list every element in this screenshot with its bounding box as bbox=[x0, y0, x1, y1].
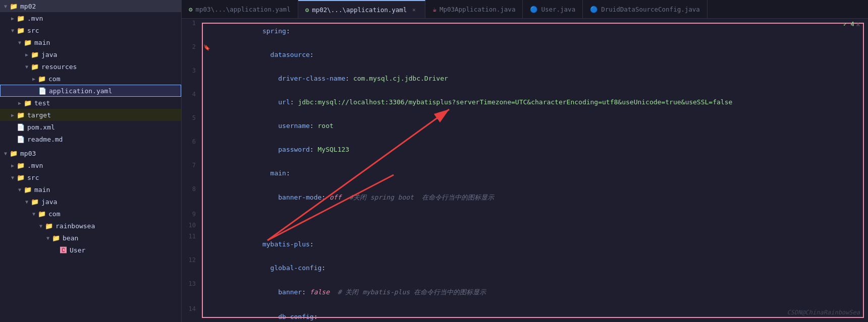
tree-item-test1[interactable]: ▶ 📁 test bbox=[0, 97, 181, 109]
java-tab-icon-4: 🔵 bbox=[530, 6, 538, 13]
line-num-4: 4 bbox=[182, 90, 202, 113]
table-row: 7 main: bbox=[182, 161, 868, 184]
table-row: 3 driver-class-name: com.mysql.cj.jdbc.D… bbox=[182, 66, 868, 90]
editor-area: ⚙ mp03\...\application.yaml ⚙ mp02\...\a… bbox=[182, 0, 868, 322]
line-num-11: 11 bbox=[182, 232, 202, 255]
tab-user[interactable]: 🔵 User.java bbox=[523, 0, 583, 18]
folder-icon-src1: 📁 bbox=[16, 27, 25, 34]
folder-icon-java2: 📁 bbox=[30, 198, 39, 206]
table-row: 10 bbox=[182, 221, 868, 232]
tree-item-bean[interactable]: ▼ 📁 bean bbox=[0, 232, 181, 244]
line-gutter-6 bbox=[202, 137, 212, 161]
folder-icon-resources1: 📁 bbox=[30, 63, 39, 71]
tree-arrow-rainbowsea: ▼ bbox=[37, 223, 44, 229]
tree-arrow-com1: ▶ bbox=[30, 76, 37, 82]
line-gutter-13 bbox=[202, 279, 212, 304]
line-num-10: 10 bbox=[182, 221, 202, 232]
editor-toolbar-right: ✓ 4 ∧ bbox=[843, 21, 860, 28]
tree-label-resources1: resources bbox=[41, 63, 179, 71]
tree-item-java2[interactable]: ▼ 📁 java bbox=[0, 196, 181, 208]
table-row: 4 url: jdbc:mysql://localhost:3306/mybat… bbox=[182, 90, 868, 113]
tree-item-main2[interactable]: ▼ 📁 main bbox=[0, 183, 181, 196]
tree-item-src1[interactable]: ▼ 📁 src bbox=[0, 24, 181, 36]
tree-label-mvn2: .mvn bbox=[27, 162, 179, 169]
folder-icon-test1: 📁 bbox=[23, 99, 32, 107]
tree-label-src1: src bbox=[27, 27, 179, 34]
tree-arrow-mp03: ▼ bbox=[2, 151, 9, 156]
tree-item-target1[interactable]: ▶ 📁 target bbox=[0, 109, 181, 121]
tree-arrow-com2: ▼ bbox=[30, 211, 37, 217]
tree-item-mvn1[interactable]: ▶ 📁 .mvn bbox=[0, 12, 181, 24]
tree-label-mp02: mp02 bbox=[20, 3, 179, 10]
tree-label-pom: pom.xml bbox=[27, 123, 179, 131]
tab-close-2[interactable]: ✕ bbox=[410, 6, 418, 14]
line-content-4: url: jdbc:mysql://localhost:3306/mybatis… bbox=[212, 90, 868, 113]
tab-label-1: mp03\...\application.yaml bbox=[196, 6, 291, 13]
tab-mp03-yaml[interactable]: ⚙ mp03\...\application.yaml bbox=[182, 0, 298, 18]
line-content-7: main: bbox=[212, 161, 868, 184]
tree-item-java1[interactable]: ▶ 📁 java bbox=[0, 48, 181, 60]
folder-icon-com2: 📁 bbox=[37, 210, 46, 218]
tree-item-main1[interactable]: ▼ 📁 main bbox=[0, 36, 181, 48]
line-gutter-1 bbox=[202, 19, 212, 42]
tree-label-com1: com bbox=[48, 75, 179, 83]
tree-item-user[interactable]: 🅲 User bbox=[0, 244, 181, 256]
tree-arrow-mvn1: ▶ bbox=[9, 16, 16, 21]
tree-arrow-test1: ▶ bbox=[16, 100, 23, 106]
tree-label-main1: main bbox=[34, 39, 179, 46]
line-gutter-3 bbox=[202, 66, 212, 90]
tree-label-rainbowsea: rainbowsea bbox=[56, 222, 179, 230]
folder-icon-mp03: 📁 bbox=[9, 150, 18, 157]
tree-item-application-yaml[interactable]: 📄 application.yaml bbox=[0, 85, 181, 97]
line-gutter-11 bbox=[202, 232, 212, 255]
file-tree: ▼ 📁 mp02 ▶ 📁 .mvn ▼ 📁 src ▼ 📁 main ▶ 📁 j… bbox=[0, 0, 182, 322]
tab-mp02-yaml[interactable]: ⚙ mp02\...\application.yaml ✕ bbox=[298, 0, 426, 18]
tree-label-bean: bean bbox=[63, 234, 179, 242]
xml-icon-pom: 📄 bbox=[16, 123, 25, 131]
tree-item-mvn2[interactable]: ▶ 📁 .mvn bbox=[0, 159, 181, 171]
folder-icon-main2: 📁 bbox=[23, 186, 32, 194]
tree-arrow-main2: ▼ bbox=[16, 187, 23, 192]
tab-label-5: DruidDataSourceConfig.java bbox=[601, 6, 700, 13]
tree-arrow-bean: ▼ bbox=[44, 235, 51, 241]
tab-druid[interactable]: 🔵 DruidDataSourceConfig.java bbox=[583, 0, 708, 18]
tree-item-pom[interactable]: 📄 pom.xml bbox=[0, 121, 181, 133]
line-num-7: 7 bbox=[182, 161, 202, 184]
tree-item-com1[interactable]: ▶ 📁 com bbox=[0, 73, 181, 85]
tree-item-mp03[interactable]: ▼ 📁 mp03 bbox=[0, 147, 181, 159]
tree-label-appyaml: application.yaml bbox=[49, 87, 179, 95]
table-row: 1 spring: bbox=[182, 19, 868, 42]
line-num-3: 3 bbox=[182, 66, 202, 90]
editor-content[interactable]: ✓ 4 ∧ 1 spring: bbox=[182, 19, 868, 322]
folder-icon-rainbowsea: 📁 bbox=[44, 222, 53, 230]
tree-item-readme[interactable]: 📄 readme.md bbox=[0, 133, 181, 145]
line-gutter-14 bbox=[202, 304, 212, 322]
line-gutter-2: 🔖 bbox=[202, 42, 212, 66]
tree-label-test1: test bbox=[34, 99, 179, 107]
tree-label-java2: java bbox=[41, 198, 179, 206]
line-content-12: global-config: bbox=[212, 255, 868, 279]
line-num-5: 5 bbox=[182, 113, 202, 137]
folder-icon-java1: 📁 bbox=[30, 51, 39, 58]
table-row: 9 bbox=[182, 210, 868, 221]
folder-icon-src2: 📁 bbox=[16, 174, 25, 181]
java-tab-icon-3: ☕ bbox=[432, 6, 437, 13]
tree-item-resources1[interactable]: ▼ 📁 resources bbox=[0, 60, 181, 73]
folder-icon-mp02: 📁 bbox=[9, 3, 18, 10]
tree-item-src2[interactable]: ▼ 📁 src bbox=[0, 171, 181, 183]
tree-label-target1: target bbox=[27, 111, 179, 119]
tree-item-com2[interactable]: ▼ 📁 com bbox=[0, 208, 181, 220]
check-count: ✓ 4 bbox=[843, 21, 854, 28]
tab-mp03-app[interactable]: ☕ Mp03Application.java bbox=[425, 0, 523, 18]
md-icon-readme: 📄 bbox=[16, 136, 25, 143]
yaml-tab-icon-2: ⚙ bbox=[305, 6, 309, 14]
line-content-11: mybatis-plus: bbox=[212, 232, 868, 255]
tree-label-user: User bbox=[70, 246, 179, 254]
bookmark-icon-2: 🔖 bbox=[203, 44, 210, 51]
class-icon-user: 🅲 bbox=[59, 246, 68, 254]
tree-arrow-resources1: ▼ bbox=[23, 64, 30, 70]
expand-icon[interactable]: ∧ bbox=[856, 21, 860, 28]
tree-item-mp02[interactable]: ▼ 📁 mp02 bbox=[0, 0, 181, 12]
tree-item-rainbowsea[interactable]: ▼ 📁 rainbowsea bbox=[0, 220, 181, 232]
table-row: 14 db-config: bbox=[182, 304, 868, 322]
